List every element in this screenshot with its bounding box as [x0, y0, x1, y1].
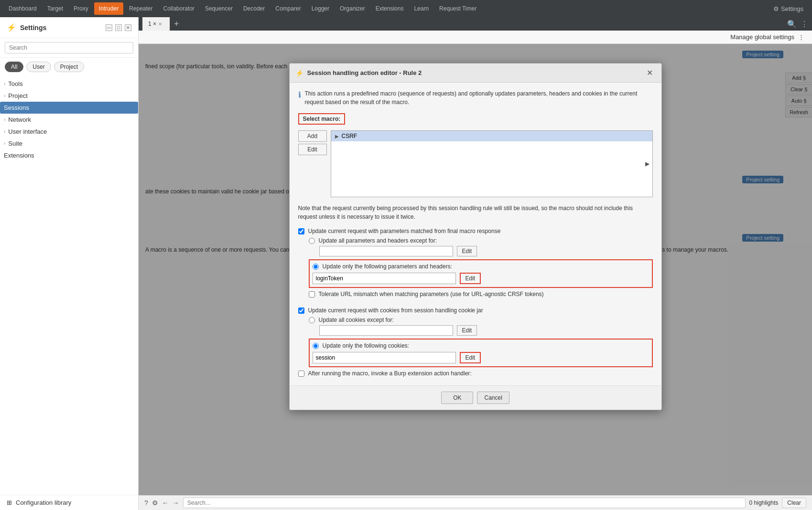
- update-only-cookies-row: Update only the following cookies:: [313, 342, 649, 349]
- config-library-item[interactable]: ⊞ Configuration library: [0, 495, 138, 510]
- back-icon[interactable]: ←: [162, 499, 169, 507]
- settings-gear-icon[interactable]: ⚙ Settings: [769, 2, 808, 15]
- main-area: ⚡ Settings — □ ✕ All User Project › Tool…: [0, 17, 812, 510]
- window-controls: — □ ✕: [106, 24, 131, 31]
- nav-decoder[interactable]: Decoder: [238, 2, 270, 15]
- after-running-checkbox[interactable]: [298, 371, 304, 377]
- nav-request-timer[interactable]: Request Timer: [434, 2, 481, 15]
- more-options-icon[interactable]: ⋮: [801, 20, 808, 29]
- chevron-right-icon: ›: [4, 81, 5, 86]
- nav-organizer[interactable]: Organizer: [335, 2, 370, 15]
- nav-intruder[interactable]: Intruder: [94, 2, 123, 15]
- manage-global-settings-label: Manage global settings: [730, 33, 794, 41]
- chevron-right-icon: ›: [4, 117, 5, 122]
- tolerate-url-option: Tolerate URL mismatch when matching para…: [309, 291, 653, 298]
- search-right-icon[interactable]: 🔍: [787, 20, 797, 29]
- search-input[interactable]: [5, 42, 133, 53]
- manage-more-icon[interactable]: ⋮: [798, 33, 804, 41]
- tolerate-url-label: Tolerate URL mismatch when matching para…: [319, 291, 544, 298]
- nav-repeater[interactable]: Repeater: [124, 2, 157, 15]
- nav-logger[interactable]: Logger: [307, 2, 334, 15]
- add-tab-icon[interactable]: +: [174, 19, 179, 29]
- sidebar-item-network[interactable]: › Network: [0, 114, 138, 126]
- nav-dashboard[interactable]: Dashboard: [4, 2, 42, 15]
- update-all-cookies-label: Update all cookies except for:: [319, 317, 394, 323]
- help-icon[interactable]: ?: [144, 499, 148, 507]
- settings-lightning-icon: ⚡: [7, 23, 16, 32]
- tab-1[interactable]: 1 × ✕: [142, 17, 170, 31]
- edit-macro-button[interactable]: Edit: [298, 144, 327, 155]
- nav-target[interactable]: Target: [43, 2, 68, 15]
- update-cookies-checkbox[interactable]: [298, 308, 304, 314]
- settings-header: ⚡ Settings — □ ✕: [0, 17, 138, 38]
- manage-bar: Manage global settings ⋮: [139, 31, 812, 44]
- update-all-params-sub: Update all parameters and headers except…: [309, 237, 653, 256]
- modal-title: Session handling action editor - Rule 2: [307, 69, 640, 76]
- filter-user-button[interactable]: User: [26, 62, 51, 72]
- settings-title: Settings: [20, 24, 46, 32]
- update-all-cookies-row: Update all cookies except for:: [309, 317, 653, 323]
- nav-extensions[interactable]: Extensions: [371, 2, 409, 15]
- update-current-request-checkbox[interactable]: [298, 228, 304, 234]
- update-cookies-label: Update current request with cookies from…: [308, 307, 483, 314]
- minimize-button[interactable]: —: [106, 24, 112, 31]
- chevron-right-icon: ›: [4, 141, 5, 146]
- update-all-params-input[interactable]: [319, 246, 453, 256]
- forward-icon[interactable]: →: [173, 499, 179, 507]
- nav-learn[interactable]: Learn: [409, 2, 433, 15]
- update-cookies-option: Update current request with cookies from…: [298, 307, 653, 314]
- macro-buttons: Add Edit: [298, 130, 327, 197]
- update-all-cookies-input[interactable]: [319, 325, 453, 336]
- filter-all-button[interactable]: All: [5, 62, 23, 72]
- content-area: Project setting fined scope (for particu…: [139, 44, 812, 495]
- update-all-params-row: Update all parameters and headers except…: [309, 237, 653, 244]
- ok-button[interactable]: OK: [441, 392, 473, 404]
- update-only-params-radio[interactable]: [313, 264, 319, 270]
- settings-panel: ⚡ Settings — □ ✕ All User Project › Tool…: [0, 17, 139, 510]
- tab-close-icon[interactable]: ✕: [156, 20, 164, 28]
- close-settings-button[interactable]: ✕: [125, 24, 131, 31]
- sidebar-item-project[interactable]: › Project: [0, 90, 138, 102]
- bottom-bar: ? ⚙ ← → 0 highlights Clear: [139, 495, 812, 510]
- modal-header: ⚡ Session handling action editor - Rule …: [290, 64, 661, 83]
- sidebar-item-extensions[interactable]: Extensions: [0, 149, 138, 161]
- edit-all-cookies-button[interactable]: Edit: [457, 325, 477, 336]
- settings-bottom-icon[interactable]: ⚙: [152, 499, 158, 507]
- update-only-cookies-radio[interactable]: [313, 343, 319, 349]
- tab-strip: 1 × ✕ + 🔍 ⋮: [139, 17, 812, 31]
- update-all-cookies-radio[interactable]: [309, 317, 315, 323]
- edit-only-params-button[interactable]: Edit: [460, 273, 481, 284]
- maximize-button[interactable]: □: [115, 24, 122, 31]
- modal-close-button[interactable]: ✕: [644, 67, 656, 78]
- bottom-search-input[interactable]: [183, 498, 746, 508]
- session-cookie-input[interactable]: [313, 352, 456, 363]
- update-all-params-radio[interactable]: [309, 238, 315, 244]
- info-row: ℹ This action runs a predefined macro (s…: [298, 89, 653, 106]
- macro-item-label: CSRF: [342, 133, 357, 139]
- sidebar-item-sessions[interactable]: Sessions: [0, 102, 138, 114]
- clear-button[interactable]: Clear: [782, 498, 806, 508]
- cancel-button[interactable]: Cancel: [477, 392, 509, 404]
- login-token-input[interactable]: [313, 273, 456, 284]
- nav-collaborator[interactable]: Collaborator: [159, 2, 199, 15]
- sidebar-item-suite[interactable]: › Suite: [0, 138, 138, 149]
- edit-only-cookies-button[interactable]: Edit: [460, 352, 481, 363]
- nav-proxy[interactable]: Proxy: [69, 2, 93, 15]
- nav-sequencer[interactable]: Sequencer: [200, 2, 238, 15]
- edit-all-params-button[interactable]: Edit: [457, 246, 477, 256]
- filter-project-button[interactable]: Project: [54, 62, 84, 72]
- macro-list-item[interactable]: ▶ CSRF: [331, 131, 652, 141]
- macro-list-arrow-icon: ▶: [645, 160, 650, 167]
- update-all-cookies-sub: Update all cookies except for: Edit: [309, 317, 653, 336]
- sidebar-item-tools[interactable]: › Tools: [0, 78, 138, 90]
- select-macro-label: Select macro:: [298, 113, 346, 125]
- sidebar-item-user-interface[interactable]: › User interface: [0, 126, 138, 138]
- nav-comparer[interactable]: Comparer: [271, 2, 305, 15]
- info-icon: ℹ: [298, 90, 301, 99]
- add-macro-button[interactable]: Add: [298, 130, 327, 142]
- modal-overlay: ⚡ Session handling action editor - Rule …: [139, 44, 812, 495]
- macro-list[interactable]: ▶ CSRF ▶: [331, 130, 653, 197]
- tolerate-url-checkbox[interactable]: [309, 291, 315, 298]
- update-only-params-row: Update only the following parameters and…: [313, 263, 649, 270]
- highlights-count: 0 highlights: [749, 499, 779, 506]
